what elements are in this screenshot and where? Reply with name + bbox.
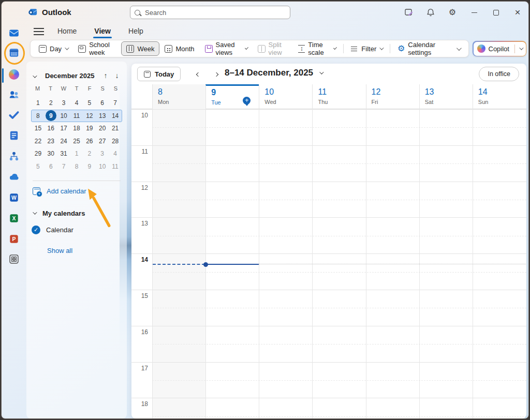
add-calendar-button[interactable]: Add calendar xyxy=(33,185,86,197)
filter-button[interactable]: Filter xyxy=(345,41,388,56)
rail-item-calendar-icon[interactable] xyxy=(8,47,20,58)
mini-calendar-collapse-chevron-icon[interactable] xyxy=(33,71,41,80)
calendar-checked-icon[interactable]: ✓ xyxy=(32,226,40,234)
rail-item-org-explorer-icon[interactable] xyxy=(8,151,20,162)
search-input[interactable] xyxy=(144,8,286,17)
mini-calendar-day[interactable]: 18 xyxy=(71,123,82,134)
settings-gear-icon[interactable]: ⚙ xyxy=(441,2,463,23)
toolbar-overflow-chevron-icon[interactable] xyxy=(457,46,462,51)
mini-calendar-day[interactable]: 2 xyxy=(84,148,95,159)
mini-calendar-selected-day[interactable]: 9 xyxy=(46,110,56,121)
maximize-button[interactable] xyxy=(485,2,507,23)
mini-calendar-day[interactable]: 15 xyxy=(33,123,43,134)
mini-calendar-prev-icon[interactable]: ↑ xyxy=(100,71,111,80)
hour-row-16[interactable]: 16 xyxy=(131,326,526,362)
month-button[interactable]: Month xyxy=(159,41,199,56)
mini-calendar-day[interactable]: 26 xyxy=(84,136,95,146)
rail-item-onedrive-icon[interactable] xyxy=(8,171,20,183)
hour-row-11[interactable]: 11 xyxy=(131,145,526,182)
mini-calendar-next-icon[interactable]: ↓ xyxy=(111,71,123,80)
day-header-thu[interactable]: 11Thu xyxy=(312,84,365,109)
hour-row-12[interactable]: 12 xyxy=(131,182,526,218)
tab-help[interactable]: Help xyxy=(124,25,148,38)
mini-calendar-day[interactable]: 11 xyxy=(110,161,121,172)
hour-row-10[interactable]: 10 xyxy=(131,109,526,145)
copilot-dropdown-chevron-icon[interactable] xyxy=(519,46,523,50)
notifications-bell-icon[interactable] xyxy=(420,2,441,23)
mini-calendar-day[interactable]: 8 xyxy=(33,110,43,121)
mini-calendar-day[interactable]: 4 xyxy=(71,98,82,109)
mini-calendar-day[interactable]: 22 xyxy=(33,136,43,146)
mini-calendar-day[interactable]: 6 xyxy=(46,161,56,172)
prev-week-chevron-icon[interactable] xyxy=(194,70,203,79)
mini-calendar-day[interactable]: 14 xyxy=(110,110,121,121)
mini-calendar-day[interactable]: 30 xyxy=(46,148,56,159)
week-button[interactable]: Week xyxy=(121,41,159,56)
day-header-mon[interactable]: 8Mon xyxy=(152,84,205,109)
rail-item-mail-icon[interactable] xyxy=(8,27,20,39)
hamburger-menu-icon[interactable] xyxy=(34,28,44,35)
quick-add-event-pin-icon[interactable]: + xyxy=(243,97,251,104)
day-header-sun[interactable]: 14Sun xyxy=(473,84,526,109)
school-week-button[interactable]: School week xyxy=(73,41,121,56)
mini-calendar-day[interactable]: 4 xyxy=(110,148,121,159)
time-scale-button[interactable]: ↕Time scale xyxy=(293,41,341,56)
mini-calendar-day[interactable]: 7 xyxy=(58,161,69,172)
mini-calendar-day[interactable]: 7 xyxy=(110,98,121,109)
mini-calendar-day[interactable]: 25 xyxy=(71,136,82,146)
notes-icon[interactable] xyxy=(398,2,420,23)
saved-views-button[interactable]: Saved views xyxy=(200,41,253,56)
day-header-wed[interactable]: 10Wed xyxy=(259,84,312,109)
mini-calendar-day[interactable]: 28 xyxy=(110,136,121,146)
show-all-link[interactable]: Show all xyxy=(47,247,72,254)
mini-calendar-day[interactable]: 13 xyxy=(97,110,108,121)
mini-calendar-day[interactable]: 21 xyxy=(110,123,121,134)
presence-status-button[interactable]: In office xyxy=(479,67,519,81)
mini-calendar-day[interactable]: 10 xyxy=(97,161,108,172)
day-button[interactable]: Day xyxy=(34,41,73,56)
hour-row-18[interactable]: 18 xyxy=(131,398,526,418)
rail-item-excel-icon[interactable]: X xyxy=(8,213,20,224)
day-header-sat[interactable]: 13Sat xyxy=(419,84,473,109)
calendar-list-item[interactable]: ✓ Calendar xyxy=(32,224,73,235)
day-header-fri[interactable]: 12Fri xyxy=(366,84,419,109)
tab-view[interactable]: View xyxy=(90,25,115,38)
rail-item-people-icon[interactable] xyxy=(8,89,20,100)
mini-calendar-day[interactable]: 16 xyxy=(46,123,56,134)
mini-calendar-day[interactable]: 19 xyxy=(84,123,95,134)
calendar-settings-button[interactable]: ⚙Calendar settings xyxy=(392,41,451,56)
hour-row-15[interactable]: 15 xyxy=(131,290,526,326)
mini-calendar-day[interactable]: 27 xyxy=(97,136,108,146)
today-button[interactable]: Today xyxy=(137,67,181,81)
tab-home[interactable]: Home xyxy=(53,25,81,38)
mini-calendar-day[interactable]: 17 xyxy=(58,123,69,134)
rail-item-powerpoint-icon[interactable]: P xyxy=(8,233,20,245)
mini-calendar-day[interactable]: 1 xyxy=(33,98,43,109)
day-header-tue[interactable]: 9Tue+ xyxy=(205,84,259,109)
mini-calendar-day[interactable]: 31 xyxy=(58,148,69,159)
mini-calendar-day[interactable]: 20 xyxy=(97,123,108,134)
my-calendars-collapse-chevron-icon[interactable] xyxy=(33,210,37,214)
mini-calendar-day[interactable]: 1 xyxy=(71,148,82,159)
rail-item-journal-icon[interactable] xyxy=(8,130,20,141)
minimize-button[interactable] xyxy=(463,2,485,23)
copilot-button[interactable]: Copilot xyxy=(474,42,526,56)
mini-calendar-day[interactable]: 5 xyxy=(33,161,43,172)
rail-item-more-apps-icon[interactable] xyxy=(8,253,20,265)
date-range-title[interactable]: 8–14 December, 2025 xyxy=(225,68,322,78)
hour-row-17[interactable]: 17 xyxy=(131,362,526,398)
rail-item-to-do-icon[interactable] xyxy=(8,109,20,121)
mini-calendar-day[interactable]: 9 xyxy=(84,161,95,172)
hour-row-13[interactable]: 13 xyxy=(131,217,526,253)
mini-calendar-day[interactable]: 2 xyxy=(46,98,56,109)
search-box[interactable] xyxy=(130,6,290,19)
mini-calendar-day[interactable]: 8 xyxy=(71,161,82,172)
close-button[interactable]: × xyxy=(507,2,528,23)
rail-item-word-icon[interactable]: W xyxy=(8,192,20,203)
mini-calendar-day[interactable]: 23 xyxy=(46,136,56,146)
mini-calendar-day[interactable]: 24 xyxy=(58,136,69,146)
mini-calendar-day[interactable]: 3 xyxy=(97,148,108,159)
mini-calendar-day[interactable]: 11 xyxy=(71,110,82,121)
week-grid[interactable]: 101112131415161718 xyxy=(131,109,526,418)
mini-calendar-day[interactable]: 5 xyxy=(84,98,95,109)
